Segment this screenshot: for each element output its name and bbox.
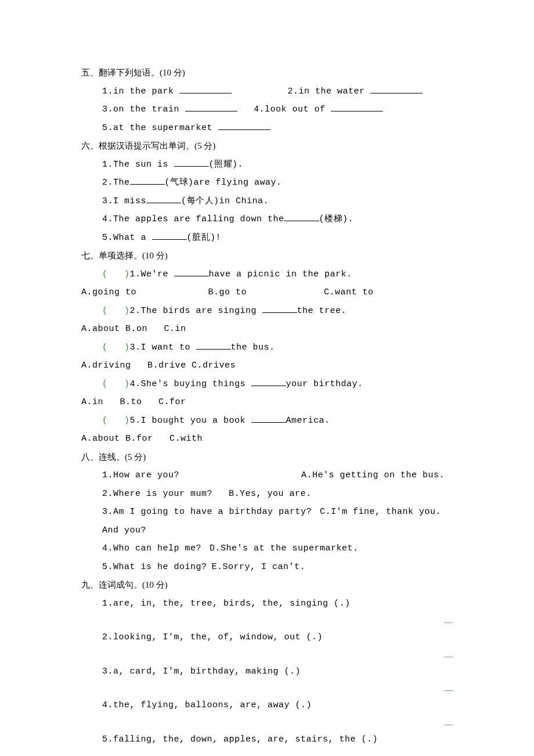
blank[interactable] [251, 413, 286, 423]
s7-qend: have a picnic in the park. [209, 269, 352, 279]
s7-qtext: 2.The birds are singing [130, 306, 262, 316]
s6-hint: (楼梯). [319, 214, 354, 224]
s8-row: 2.Where is your mum?B.Yes, you are. [102, 485, 453, 503]
s6-pre: 4.The apples are falling down the [102, 214, 284, 224]
answer-dash[interactable]: — [81, 752, 453, 756]
s8-row: 4.Who can help me?D.She's at the superma… [102, 539, 453, 558]
answer-dash[interactable]: — [81, 616, 453, 628]
blank[interactable] [251, 377, 286, 386]
s7-qtext: 1.We're [130, 269, 174, 279]
s8-right: E.Sorry, I can't. [212, 562, 306, 572]
blank[interactable] [174, 157, 209, 167]
s7-qtext: 5.I bought you a book [130, 416, 251, 426]
s8-left: 1.How are you? [102, 470, 179, 480]
section-9-heading: 九、连词成句。(10 分) [81, 576, 453, 595]
blank[interactable] [262, 304, 297, 313]
blank[interactable] [179, 84, 232, 93]
s7-options: A.in B.to C.for [81, 393, 453, 412]
s7-question: ( )1.We're have a picnic in the park. [81, 265, 453, 284]
blank[interactable] [196, 340, 231, 350]
s8-right: D.She's at the supermarket. [210, 543, 359, 553]
s6-hint: (气球)are flying away. [165, 178, 282, 188]
s8-right: B.Yes, you are. [229, 489, 312, 499]
s6-pre: 1.The sun is [102, 160, 174, 170]
s7-question: ( )5.I bought you a book America. [81, 412, 453, 430]
s6-item: 5.What a (脏乱)! [102, 229, 453, 247]
s7-question: ( )3.I want to the bus. [81, 339, 453, 357]
section-5-row-2: 3.on the train 4.look out of [81, 100, 453, 119]
choice-paren[interactable]: ( ) [102, 379, 130, 389]
s6-item: 3.I miss(每个人)in China. [102, 192, 453, 211]
section-5-heading: 五、翻译下列短语。(10 分) [81, 64, 453, 82]
s7-qend: the tree. [297, 306, 347, 316]
s6-hint: (脏乱)! [187, 233, 222, 243]
s7-qtext: 3.I want to [130, 343, 196, 352]
answer-dash[interactable]: — [81, 718, 453, 730]
s8-left: 3.Am I going to have a birthday party? [102, 507, 312, 517]
s7-question: ( )2.The birds are singing the tree. [81, 302, 453, 321]
s9-item: 4.the, flying, balloons, are, away (.) [81, 696, 453, 715]
s9-item: 3.a, card, I'm, birthday, making (.) [81, 663, 453, 681]
s6-pre: 5.What a [102, 233, 152, 243]
s7-qend: your birthday. [286, 379, 363, 389]
section-5-row-1: 1.in the park 2.in the water [81, 82, 453, 101]
s8-row: 1.How are you?A.He's getting on the bus. [102, 466, 453, 485]
blank[interactable] [130, 175, 165, 185]
s7-options: A.driving B.drive C.drives [81, 357, 453, 375]
choice-paren[interactable]: ( ) [102, 416, 130, 426]
blank[interactable] [370, 84, 423, 93]
s7-question: ( )4.She's buying things your birthday. [81, 375, 453, 394]
s6-item: 2.The(气球)are flying away. [102, 174, 453, 192]
blank[interactable] [174, 267, 209, 276]
s5-item-3: 3.on the train [102, 105, 179, 114]
s6-hint: (照耀). [209, 160, 244, 170]
s7-options: A.going to B.go to C.want to [81, 283, 453, 302]
s9-item: 5.falling, the, down, apples, are, stair… [81, 730, 453, 749]
s8-right: A.He's getting on the bus. [301, 470, 445, 480]
choice-paren[interactable]: ( ) [102, 343, 130, 352]
blank[interactable] [146, 194, 181, 203]
s6-pre: 3.I miss [102, 196, 146, 206]
s8-row: 5.What is he doing?E.Sorry, I can't. [102, 558, 453, 577]
s7-qend: the bus. [231, 343, 275, 352]
section-5-row-3: 5.at the supermarket [81, 119, 453, 138]
s5-item-4: 4.look out of [254, 105, 326, 114]
s8-left: 5.What is he doing? [102, 562, 207, 572]
section-7-heading: 七、单项选择。(10 分) [81, 247, 453, 265]
s5-item-2: 2.in the water [288, 87, 365, 96]
choice-paren[interactable]: ( ) [102, 269, 130, 279]
s8-left: 2.Where is your mum? [102, 489, 212, 499]
s9-item: 2.looking, I'm, the, of, window, out (.) [81, 628, 453, 647]
section-8-heading: 八、连线。(5 分) [81, 448, 453, 467]
s5-item-1: 1.in the park [102, 87, 174, 96]
s8-left: 4.Who can help me? [102, 543, 201, 553]
s7-qtext: 4.She's buying things [130, 379, 251, 389]
s6-item: 4.The apples are falling down the(楼梯). [102, 210, 453, 229]
answer-dash[interactable]: — [81, 684, 453, 696]
blank[interactable] [331, 102, 383, 111]
blank[interactable] [185, 102, 237, 111]
s6-item: 1.The sun is (照耀). [102, 156, 453, 174]
blank[interactable] [152, 231, 187, 240]
s9-item: 1.are, in, the, tree, birds, the, singin… [81, 595, 453, 613]
s6-pre: 2.The [102, 178, 130, 188]
blank[interactable] [284, 212, 319, 221]
choice-paren[interactable]: ( ) [102, 306, 130, 316]
blank[interactable] [218, 121, 270, 130]
s7-options: A.about B.for C.with [81, 430, 453, 448]
section-6-heading: 六、根据汉语提示写出单词。(5 分) [81, 137, 453, 156]
s6-hint: (每个人)in China. [181, 196, 269, 206]
s5-item-5: 5.at the supermarket [102, 123, 212, 133]
answer-dash[interactable]: — [81, 650, 453, 663]
s7-options: A.about B.on C.in [81, 320, 453, 339]
s8-row: 3.Am I going to have a birthday party?C.… [102, 503, 453, 539]
s7-qend: America. [286, 416, 330, 426]
